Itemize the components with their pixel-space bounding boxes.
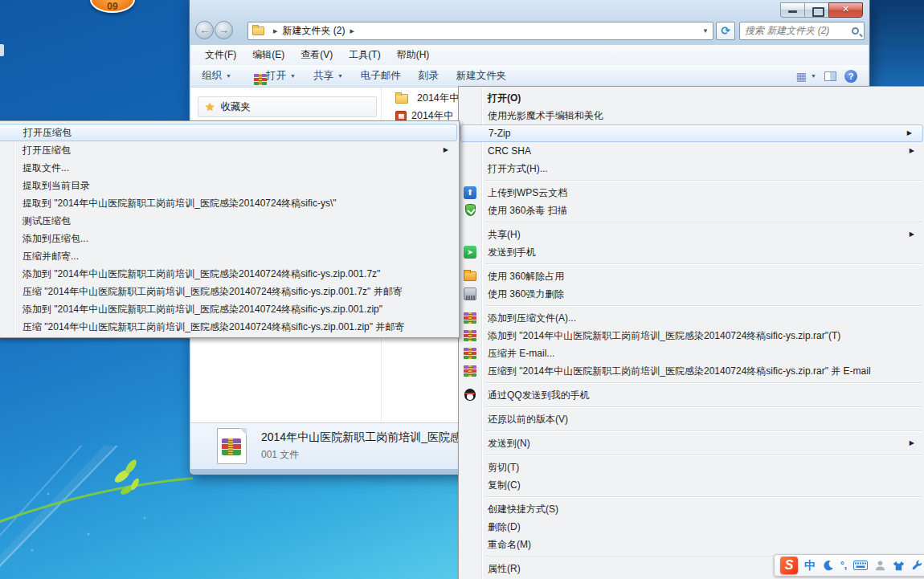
sogou-logo-icon[interactable]: S [780, 557, 798, 574]
ime-toolbox-wrench-icon[interactable] [911, 560, 923, 572]
zip-submenu-item-12[interactable]: 压缩 "2014年中山医院新职工岗前培训_医院感染20140724终稿sific… [0, 318, 459, 336]
new-folder-button[interactable]: 新建文件夹 [456, 69, 507, 83]
zip-submenu-item-11[interactable]: 添加到 "2014年中山医院新职工岗前培训_医院感染20140724终稿sifi… [0, 300, 459, 318]
menu-item-label: 压缩 "2014年中山医院新职工岗前培训_医院感染20140724终稿sific… [22, 286, 403, 297]
zip-submenu-item-8[interactable]: 压缩并邮寄... [0, 247, 459, 265]
ime-punctuation-button[interactable]: °, [840, 561, 847, 570]
breadcrumb-arrow-icon: ▶ [273, 28, 277, 35]
sidebar-item-favorites[interactable]: ★ 收藏夹 [198, 96, 377, 117]
context-menu-item-21[interactable]: 创建快捷方式(S) [459, 500, 924, 518]
breadcrumb[interactable]: 新建文件夹 (2) [282, 24, 345, 38]
ime-chinese-mode-button[interactable]: 中 [804, 560, 816, 571]
menu-separator [484, 406, 922, 407]
views-button[interactable]: ▦ ▼ [796, 71, 816, 82]
menubar-item-5[interactable]: 帮助(H) [389, 45, 438, 65]
chevron-down-icon: ▼ [337, 73, 343, 79]
folder-icon [252, 27, 264, 35]
rar-icon [464, 312, 476, 324]
context-menu-item-14[interactable]: 压缩并 E-mail... [459, 345, 924, 362]
context-menu-item-18[interactable]: 发送到(N) [459, 434, 924, 452]
preview-pane-button[interactable] [824, 71, 836, 81]
open-button[interactable]: 打开 ▼ [249, 69, 296, 83]
context-menu-item-4[interactable]: CRC SHA [459, 142, 924, 160]
context-menu-item-13[interactable]: 添加到 "2014年中山医院新职工岗前培训_医院感染20140724终稿sifi… [459, 327, 924, 345]
menu-item-label: 通过QQ发送到我的手机 [488, 389, 590, 401]
menu-item-label: 发送到(N) [488, 438, 530, 449]
context-menu-item-3[interactable]: 7-Zip [460, 124, 923, 142]
search-box[interactable]: 搜索 新建文件夹 (2) [739, 22, 865, 40]
menu-item-label: 剪切(T) [488, 462, 519, 473]
context-menu-item-20[interactable]: 复制(C) [459, 476, 924, 494]
menu-item-label: 重命名(M) [488, 539, 531, 550]
zip-submenu-item-5[interactable]: 提取到 "2014年中山医院新职工岗前培训_医院感染20140724终稿sifi… [0, 194, 459, 212]
av360-icon [465, 204, 476, 216]
menu-item-label: 使用光影魔术手编辑和美化 [488, 110, 603, 121]
maximize-button[interactable] [804, 2, 828, 18]
context-menu-item-8[interactable]: 共享(H) [459, 226, 924, 243]
menubar-item-3[interactable]: 查看(V) [292, 45, 341, 65]
context-menu-item-5[interactable]: 打开方式(H)... [459, 160, 924, 177]
zip-submenu-item-10[interactable]: 压缩 "2014年中山医院新职工岗前培训_医院感染20140724终稿sific… [0, 283, 459, 300]
ime-soft-keyboard-icon[interactable] [853, 561, 868, 570]
menu-separator [484, 382, 922, 383]
context-menu-item-1[interactable]: 打开(O) [459, 89, 924, 107]
close-button[interactable] [828, 2, 863, 18]
selected-file-name: 2014年中山医院新职工岗前培训_医院感... [261, 430, 471, 445]
help-icon[interactable]: ? [844, 70, 857, 83]
ime-account-person-icon[interactable] [874, 560, 886, 572]
context-menu: 打开(O)使用光影魔术手编辑和美化7-ZipCRC SHA打开方式(H)...上… [458, 86, 924, 579]
menubar-item-1[interactable]: 文件(F) [197, 45, 244, 65]
menu-separator [484, 430, 922, 431]
menubar-item-4[interactable]: 工具(T) [341, 45, 388, 65]
menu-item-label: 压缩并邮寄... [22, 251, 79, 262]
zip-submenu-item-1[interactable]: 打开压缩包 [0, 124, 457, 141]
context-menu-item-16[interactable]: 通过QQ发送到我的手机 [459, 386, 924, 404]
menu-item-label: 添加到 "2014年中山医院新职工岗前培训_医院感染20140724终稿sifi… [488, 330, 840, 341]
context-menu-item-17[interactable]: 还原以前的版本(V) [459, 410, 924, 428]
zip-submenu-item-7[interactable]: 添加到压缩包... [0, 230, 459, 247]
menu-item-label: 添加到 "2014年中山医院新职工岗前培训_医院感染20140724终稿sifi… [22, 304, 382, 315]
share-button[interactable]: 共享 ▼ [313, 69, 343, 83]
organize-button[interactable]: 组织 ▼ [202, 69, 231, 83]
email-button[interactable]: 电子邮件 [361, 69, 401, 83]
desktop-date-badge[interactable]: 09 [90, 0, 135, 13]
zip-submenu-item-3[interactable]: 提取文件... [0, 159, 459, 177]
zip-submenu-item-9[interactable]: 添加到 "2014年中山医院新职工岗前培训_医院感染20140724终稿sifi… [0, 265, 459, 283]
context-menu-item-10[interactable]: 使用 360解除占用 [459, 267, 924, 285]
menu-item-label: 压缩 "2014年中山医院新职工岗前培训_医院感染20140724终稿sific… [22, 321, 404, 332]
zip-submenu-item-6[interactable]: 测试压缩包 [0, 212, 459, 230]
refresh-button[interactable] [716, 22, 735, 40]
zip-submenu-item-2[interactable]: 打开压缩包 [0, 141, 459, 159]
qq-icon [464, 389, 476, 401]
selected-file-info: 001 文件 [261, 448, 299, 462]
views-grid-icon: ▦ [796, 71, 807, 82]
back-button[interactable]: ← [195, 21, 214, 39]
context-menu-item-22[interactable]: 删除(D) [459, 518, 924, 536]
context-menu-item-15[interactable]: 压缩到 "2014年中山医院新职工岗前培训_医院感染20140724终稿sifi… [459, 362, 924, 380]
context-menu-item-11[interactable]: 使用 360强力删除 [459, 285, 924, 303]
forward-button[interactable]: → [215, 21, 233, 39]
desktop-background-corner [870, 0, 924, 87]
burn-button[interactable]: 刻录 [419, 69, 439, 83]
ime-skin-shirt-icon[interactable] [893, 560, 905, 572]
zip-submenu-item-4[interactable]: 提取到当前目录 [0, 177, 459, 194]
menu-item-label: 使用 360杀毒 扫描 [488, 205, 567, 216]
address-bar[interactable]: ▶ 新建文件夹 (2) ▶ ▼ [247, 22, 713, 40]
search-input[interactable]: 搜索 新建文件夹 (2) [745, 24, 829, 38]
wps-icon [464, 186, 476, 199]
ime-fullwidth-moon-icon[interactable] [822, 560, 834, 572]
context-menu-item-6[interactable]: 上传到WPS云文档 [459, 184, 924, 202]
address-dropdown-icon[interactable]: ▼ [702, 27, 709, 35]
context-menu-item-2[interactable]: 使用光影魔术手编辑和美化 [459, 107, 924, 124]
menu-item-label: 复制(C) [488, 479, 521, 491]
context-menu-item-7[interactable]: 使用 360杀毒 扫描 [459, 202, 924, 219]
context-menu-item-9[interactable]: 发送到手机 [459, 243, 924, 261]
context-menu-item-12[interactable]: 添加到压缩文件(A)... [459, 309, 924, 327]
menu-separator [484, 496, 922, 497]
menubar-item-2[interactable]: 编辑(E) [244, 45, 292, 65]
context-menu-item-19[interactable]: 剪切(T) [459, 459, 924, 476]
desktop-icon-fragment [0, 44, 4, 56]
menu-item-label: 打开压缩包 [23, 127, 72, 138]
minimize-button[interactable] [780, 2, 804, 18]
context-menu-item-23[interactable]: 重命名(M) [459, 536, 924, 553]
